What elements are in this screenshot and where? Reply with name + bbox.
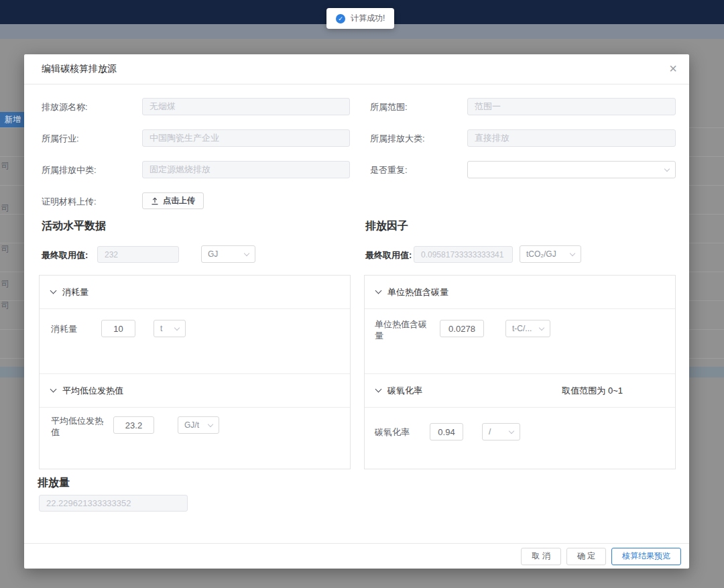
- activity-section-title: 活动水平数据: [42, 219, 106, 233]
- oxidation-rate-panel-header[interactable]: 碳氧化率 取值范围为 0~1: [365, 374, 675, 408]
- oxidation-rate-panel-title: 碳氧化率: [387, 385, 422, 397]
- upload-icon: [151, 197, 159, 205]
- emission-amount-field: [39, 495, 188, 512]
- result-preview-button[interactable]: 核算结果预览: [611, 548, 681, 565]
- cancel-button[interactable]: 取 消: [521, 548, 560, 565]
- upload-button[interactable]: 点击上传: [142, 192, 204, 209]
- duplicate-label: 是否重复:: [370, 164, 408, 176]
- chevron-down-icon: [208, 421, 213, 426]
- activity-final-unit-value: GJ: [208, 249, 218, 259]
- collapse-arrow-icon: [375, 386, 382, 393]
- consumption-panel-header[interactable]: 消耗量: [40, 276, 350, 309]
- edit-emission-source-dialog: 编辑碳核算排放源 × 排放源名称: 所属范围: 所属行业: 所属排放大类: 所属…: [24, 54, 689, 569]
- carbon-content-input[interactable]: [440, 320, 484, 337]
- check-circle-icon: ✓: [336, 14, 345, 23]
- background-table-cell: 司: [1, 300, 9, 311]
- factor-final-label: 最终取用值:: [365, 249, 412, 261]
- carbon-content-panel-content: 单位热值含碳量 t-C/...: [365, 309, 675, 374]
- page-root: 新增 司 司 司 司 司 ✓ 计算成功! 编辑碳核算排放源 × 排放源名称: 所…: [0, 0, 724, 588]
- factor-panels-box: 单位热值含碳量 单位热值含碳量 t-C/... 碳氧化率 取值范围为 0~1 碳…: [364, 275, 676, 469]
- middle-category-field: [142, 161, 350, 178]
- source-name-label: 排放源名称:: [42, 101, 88, 113]
- toast-message: 计算成功!: [351, 13, 385, 24]
- background-table-cell: 司: [1, 202, 9, 214]
- consumption-panel-title: 消耗量: [62, 286, 88, 298]
- major-category-field: [467, 129, 676, 147]
- duplicate-select[interactable]: [467, 161, 676, 178]
- factor-final-unit-value: tCO₂/GJ: [526, 249, 556, 259]
- dialog-footer: 取 消 确 定 核算结果预览: [24, 543, 689, 569]
- dialog-title: 编辑碳核算排放源: [42, 63, 117, 75]
- major-category-label: 所属排放大类:: [370, 133, 425, 145]
- activity-final-unit-select: GJ: [201, 245, 255, 263]
- consumption-input[interactable]: [101, 320, 135, 337]
- oxidation-rate-panel-content: 碳氧化率 /: [365, 408, 675, 470]
- chevron-down-icon: [570, 250, 575, 255]
- scope-field: [467, 98, 676, 115]
- heating-value-unit-value: GJ/t: [184, 420, 199, 430]
- carbon-content-panel-header[interactable]: 单位热值含碳量: [365, 276, 675, 309]
- chevron-down-icon: [539, 325, 544, 330]
- success-toast: ✓ 计算成功!: [326, 8, 394, 29]
- oxidation-rate-unit-value: /: [489, 427, 491, 436]
- collapse-arrow-icon: [50, 288, 57, 294]
- confirm-button[interactable]: 确 定: [566, 548, 606, 565]
- consumption-panel-content: 消耗量 t: [40, 309, 350, 374]
- scope-label: 所属范围:: [370, 101, 408, 113]
- collapse-arrow-icon: [375, 288, 382, 294]
- consumption-row-label: 消耗量: [51, 323, 77, 335]
- background-table-cell: 司: [1, 160, 9, 172]
- factor-section-title: 排放因子: [365, 219, 408, 233]
- collapse-arrow-icon: [50, 386, 57, 393]
- heating-value-panel-title: 平均低位发热值: [62, 385, 123, 397]
- chevron-down-icon: [664, 166, 670, 171]
- add-button-background: 新增: [0, 112, 24, 127]
- oxidation-rate-unit-select[interactable]: /: [482, 423, 520, 440]
- proof-upload-label: 证明材料上传:: [42, 196, 97, 208]
- upload-button-label: 点击上传: [163, 195, 195, 207]
- carbon-content-row-label: 单位热值含碳量: [375, 318, 432, 341]
- source-name-field: [142, 98, 350, 115]
- dialog-header: 编辑碳核算排放源 ×: [24, 54, 689, 84]
- close-icon[interactable]: ×: [669, 60, 677, 76]
- factor-final-value-field: [414, 246, 513, 263]
- heating-value-input[interactable]: [113, 416, 154, 434]
- oxidation-rate-row-label: 碳氧化率: [375, 426, 410, 438]
- industry-label: 所属行业:: [42, 133, 79, 145]
- activity-final-label: 最终取用值:: [42, 249, 88, 261]
- chevron-down-icon: [244, 250, 249, 255]
- chevron-down-icon: [174, 325, 180, 330]
- middle-category-label: 所属排放中类:: [42, 164, 97, 176]
- carbon-content-panel-title: 单位热值含碳量: [387, 286, 448, 298]
- oxidation-rate-input[interactable]: [430, 423, 463, 440]
- activity-panels-box: 消耗量 消耗量 t 平均低位发热值 平均低位发热值 GJ/t: [39, 275, 351, 469]
- heating-value-panel-header[interactable]: 平均低位发热值: [40, 374, 350, 408]
- chevron-down-icon: [509, 428, 514, 433]
- carbon-content-unit-value: t-C/...: [512, 324, 532, 333]
- consumption-unit-select[interactable]: t: [154, 320, 186, 337]
- activity-final-value-field: [97, 246, 179, 263]
- industry-field: [142, 129, 350, 147]
- emission-section-title: 排放量: [38, 476, 70, 490]
- heating-value-row-label: 平均低位发热值: [51, 415, 107, 438]
- heating-value-unit-select[interactable]: GJ/t: [178, 416, 219, 434]
- consumption-unit-value: t: [160, 324, 162, 333]
- heating-value-panel-content: 平均低位发热值 GJ/t: [40, 408, 350, 470]
- background-table-cell: 司: [1, 278, 9, 290]
- oxidation-rate-range-hint: 取值范围为 0~1: [562, 385, 675, 397]
- carbon-content-unit-select[interactable]: t-C/...: [505, 320, 550, 337]
- background-table-cell: 司: [1, 243, 9, 255]
- factor-final-unit-select: tCO₂/GJ: [520, 245, 581, 263]
